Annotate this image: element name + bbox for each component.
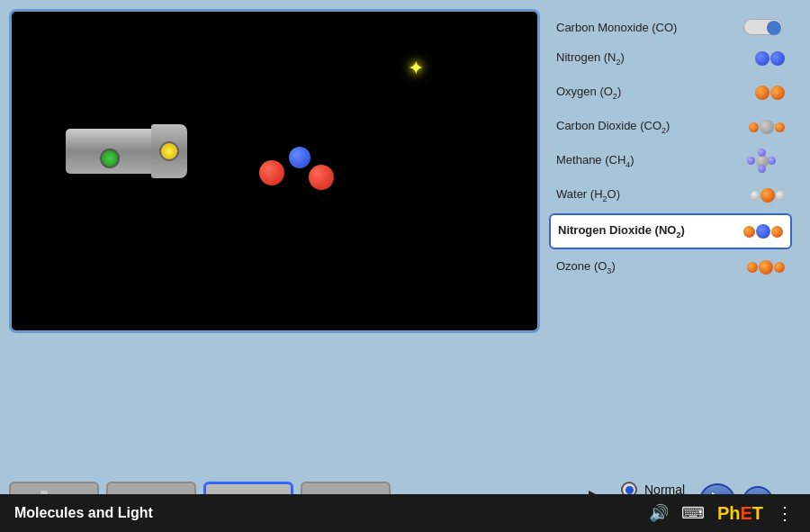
radio-inner-normal (626, 486, 634, 494)
atom-h2o-1 (751, 191, 760, 200)
molecule-icon-n2 (740, 46, 785, 71)
molecule-label-o3: Ozone (O3) (556, 259, 616, 275)
photon: ✦ (408, 57, 424, 80)
flashlight (66, 120, 192, 183)
molecule-label-ch4: Methane (CH4) (556, 153, 634, 169)
atom-h2o-o (760, 188, 775, 203)
atom-n2-1 (755, 51, 770, 66)
molecule-icon-ch4 (740, 149, 785, 174)
molecule-item-no2[interactable]: Nitrogen Dioxide (NO2) (549, 213, 792, 249)
flashlight-button[interactable] (100, 149, 120, 168)
atom-co2-2 (760, 120, 774, 134)
simulation-canvas: ✦ (9, 9, 540, 333)
molecule-label-o2: Oxygen (O2) (556, 85, 621, 101)
atom-ch4-bot (758, 165, 766, 173)
molecule-item-o2[interactable]: Oxygen (O2) (549, 77, 792, 109)
phet-logo-accent: E (740, 503, 752, 523)
molecule-item-ch4[interactable]: Methane (CH4) (549, 145, 792, 177)
molecules-panel: Carbon Monoxide (CO) Nitrogen (N2) Oxyge… (549, 9, 792, 468)
atom-n2-2 (770, 51, 785, 66)
toggle-track-co (743, 19, 783, 35)
molecule-label-n2: Nitrogen (N2) (556, 50, 625, 67)
bottom-bar: Molecules and Light 🔊 ⌨ PhET ⋮ (0, 494, 810, 532)
molecule-icon-co2 (740, 114, 785, 140)
atom-o2-1 (755, 86, 770, 100)
atom-ch4-top (758, 149, 766, 157)
atom-oxygen-2 (309, 165, 334, 190)
atom-co2-3 (775, 122, 785, 132)
speaker-icon[interactable]: 🔊 (649, 503, 669, 523)
molecule-label-co2: Carbon Dioxide (CO2) (556, 119, 670, 135)
molecule-icon-o2 (740, 80, 785, 105)
molecule-item-n2[interactable]: Nitrogen (N2) (549, 42, 792, 75)
keyboard-icon[interactable]: ⌨ (681, 503, 705, 523)
molecule-label-no2: Nitrogen Dioxide (NO2) (558, 223, 685, 239)
molecule-item-co[interactable]: Carbon Monoxide (CO) (549, 14, 792, 41)
molecule-icon-no2 (738, 219, 783, 244)
toggle-thumb-co (767, 21, 781, 35)
molecule-icon-o3 (740, 255, 785, 280)
molecule-icon-h2o (740, 183, 785, 208)
atom-o3-1 (747, 262, 758, 273)
molecule-item-h2o[interactable]: Water (H2O) (549, 179, 792, 212)
atom-co2-1 (749, 122, 759, 132)
bottom-icons: 🔊 ⌨ PhET ⋮ (649, 502, 796, 524)
atom-h2o-2 (776, 191, 785, 200)
atom-o3-2 (759, 260, 773, 275)
atom-o2-2 (770, 86, 785, 100)
flashlight-lens (159, 141, 179, 161)
atom-no2-n (756, 224, 770, 239)
molecule-label-h2o: Water (H2O) (556, 187, 620, 203)
molecule-label-co: Carbon Monoxide (CO) (556, 21, 677, 34)
molecule-item-co2[interactable]: Carbon Dioxide (CO2) (549, 111, 792, 143)
atom-ch4-left (747, 157, 755, 165)
molecule-display (255, 138, 345, 210)
atom-oxygen-1 (259, 160, 284, 185)
atom-no2-o2 (771, 226, 783, 238)
app-title: Molecules and Light (14, 505, 153, 521)
phet-logo: PhET (717, 503, 763, 524)
molecule-item-o3[interactable]: Ozone (O3) (549, 251, 792, 284)
flashlight-body (66, 129, 156, 174)
flashlight-head (151, 124, 187, 178)
main-area: ✦ Carbon Monoxide (CO) Nitrogen (N2) Oxy… (0, 0, 810, 477)
atom-no2-o1 (743, 226, 755, 238)
toggle-co[interactable] (743, 17, 785, 37)
atom-ch4-right (768, 157, 776, 165)
atom-nitrogen (289, 147, 310, 168)
menu-icon[interactable]: ⋮ (776, 502, 796, 524)
atom-o3-3 (774, 262, 785, 273)
